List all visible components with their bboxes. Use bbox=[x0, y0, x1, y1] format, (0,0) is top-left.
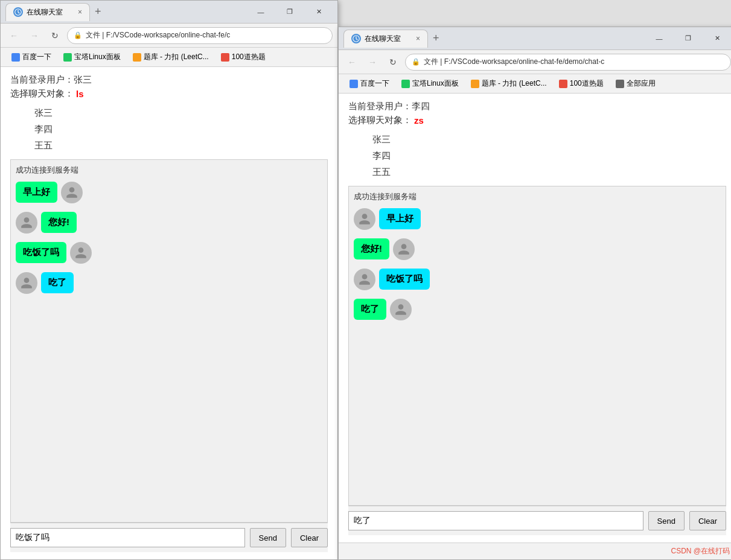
bookmark-label-leetcode-2: 题库 - 力扣 (LeetC... bbox=[482, 78, 547, 89]
bookmark-label-all-2: 全部应用 bbox=[627, 78, 656, 89]
bookmark-100[interactable]: 100道热题 bbox=[216, 51, 270, 63]
window-controls-2: — ❐ ✕ bbox=[645, 30, 731, 47]
chat-target-row-2: 选择聊天对象： zs bbox=[348, 115, 726, 126]
tab-title-2: 在线聊天室 bbox=[365, 34, 401, 44]
back-btn-1[interactable]: ← bbox=[5, 27, 22, 44]
msg-bubble-3: 吃饭了吗 bbox=[16, 242, 66, 263]
contact-wangwu-2[interactable]: 王五 bbox=[372, 164, 726, 180]
bookmark-icon-100 bbox=[221, 53, 229, 62]
bookmark-100-2[interactable]: 100道热题 bbox=[554, 77, 608, 90]
bookmark-icon-baidu-2 bbox=[350, 80, 358, 88]
bookmarks-bar-1: 百度一下 宝塔Linux面板 题库 - 力扣 (LeetC... 100道热题 bbox=[1, 48, 337, 67]
bookmark-bt-2[interactable]: 宝塔Linux面板 bbox=[397, 77, 464, 90]
back-btn-2[interactable]: ← bbox=[343, 54, 360, 71]
csdn-label: CSDN @在线打码 bbox=[671, 546, 730, 556]
tab-2[interactable]: 在线聊天室 × bbox=[343, 30, 428, 48]
send-button-2[interactable]: Send bbox=[648, 511, 685, 530]
bookmark-icon-baidu bbox=[11, 53, 20, 62]
bookmark-label-bt-2: 宝塔Linux面板 bbox=[412, 78, 459, 89]
bookmark-baidu-2[interactable]: 百度一下 bbox=[345, 77, 394, 90]
tab-close-2[interactable]: × bbox=[416, 34, 420, 43]
contact-zhangsan-1[interactable]: 张三 bbox=[34, 104, 328, 121]
bookmark-label-baidu-2: 百度一下 bbox=[360, 78, 389, 89]
forward-btn-1[interactable]: → bbox=[26, 27, 43, 44]
lock-icon-1: 🔒 bbox=[74, 31, 82, 39]
tab-1[interactable]: 在线聊天室 × bbox=[5, 3, 90, 21]
system-msg-1: 成功连接到服务端 bbox=[16, 165, 322, 176]
restore-btn-1[interactable]: ❐ bbox=[276, 4, 304, 21]
avatar-w2-2 bbox=[393, 238, 415, 260]
page-content-2: 当前登录用户：李四 选择聊天对象： zs 张三 李四 王五 成功连接到服务端 bbox=[339, 94, 731, 542]
bottom-bar-2: CSDN @在线打码 bbox=[339, 542, 731, 559]
msg-bubble-w2-1: 早上好 bbox=[379, 208, 421, 229]
close-btn-1[interactable]: ✕ bbox=[305, 4, 333, 21]
new-tab-btn-1[interactable]: + bbox=[91, 4, 105, 19]
bookmark-label-leetcode: 题库 - 力扣 (LeetC... bbox=[144, 52, 209, 62]
avatar-w2-3 bbox=[354, 269, 375, 290]
bookmark-icon-bt bbox=[63, 53, 72, 62]
msg-bubble-w2-4: 吃了 bbox=[354, 299, 386, 320]
tab-title-1: 在线聊天室 bbox=[27, 7, 63, 18]
current-user-label-1: 当前登录用户：张三 bbox=[10, 74, 328, 86]
bookmark-baidu[interactable]: 百度一下 bbox=[7, 51, 56, 63]
bookmark-icon-leetcode bbox=[133, 53, 141, 62]
address-bar-1[interactable]: 🔒 文件 | F:/VSCode-worksapce/online-chat-f… bbox=[67, 27, 333, 44]
contact-zhangsan-2[interactable]: 张三 bbox=[372, 131, 726, 147]
forward-btn-2[interactable]: → bbox=[364, 54, 381, 71]
bookmark-leetcode[interactable]: 题库 - 力扣 (LeetC... bbox=[128, 51, 214, 63]
favicon-2 bbox=[351, 34, 361, 43]
browser-window-1: 在线聊天室 × + — ❐ ✕ ← → ↻ 🔒 文件 | F:/VSCode-w… bbox=[0, 0, 338, 560]
reload-btn-2[interactable]: ↻ bbox=[385, 54, 401, 71]
minimize-btn-2[interactable]: — bbox=[645, 30, 673, 47]
send-button-1[interactable]: Send bbox=[250, 528, 286, 547]
new-tab-btn-2[interactable]: + bbox=[429, 31, 443, 46]
message-row-4: 吃了 bbox=[16, 272, 322, 294]
avatar-w2-1 bbox=[354, 208, 375, 230]
bookmark-all-2[interactable]: 全部应用 bbox=[611, 77, 660, 90]
message-row-2: 您好! bbox=[16, 212, 322, 234]
chat-target-value-2: zs bbox=[414, 115, 424, 126]
msg-bubble-1: 早上好 bbox=[16, 182, 57, 203]
chat-area-1[interactable]: 成功连接到服务端 早上好 bbox=[10, 159, 328, 523]
msg-bubble-w2-3: 吃饭了吗 bbox=[379, 269, 430, 290]
message-row-w2-1: 早上好 bbox=[354, 208, 721, 230]
chat-input-2[interactable] bbox=[348, 511, 643, 530]
lock-icon-2: 🔒 bbox=[412, 58, 420, 66]
msg-bubble-w2-2: 您好! bbox=[354, 238, 389, 259]
contact-list-2: 张三 李四 王五 bbox=[372, 131, 726, 180]
message-row-1: 早上好 bbox=[16, 182, 322, 203]
clear-button-2[interactable]: Clear bbox=[689, 511, 726, 530]
chat-area-2[interactable]: 成功连接到服务端 早上好 您好! bbox=[348, 186, 726, 506]
reload-btn-1[interactable]: ↻ bbox=[46, 27, 63, 44]
contact-lisi-1[interactable]: 李四 bbox=[34, 121, 328, 137]
contact-wangwu-1[interactable]: 王五 bbox=[34, 137, 328, 153]
current-user-label-2: 当前登录用户：李四 bbox=[348, 101, 726, 112]
msg-bubble-4: 吃了 bbox=[41, 272, 74, 293]
browser-window-2: 在线聊天室 × + — ❐ ✕ ← → ↻ 🔒 文件 | F:/VSCode-w… bbox=[338, 27, 731, 560]
toolbar-1: ← → ↻ 🔒 文件 | F:/VSCode-worksapce/online-… bbox=[1, 24, 337, 48]
address-bar-2[interactable]: 🔒 文件 | F:/VSCode-worksapce/online-chat-f… bbox=[405, 54, 731, 71]
minimize-btn-1[interactable]: — bbox=[247, 4, 275, 21]
close-btn-2[interactable]: ✕ bbox=[703, 30, 731, 47]
message-row-w2-2: 您好! bbox=[354, 238, 721, 260]
restore-btn-2[interactable]: ❐ bbox=[674, 30, 702, 47]
msg-bubble-2: 您好! bbox=[41, 212, 77, 233]
system-msg-2: 成功连接到服务端 bbox=[354, 191, 721, 202]
chat-input-1[interactable] bbox=[10, 528, 245, 547]
chat-target-label-1: 选择聊天对象： bbox=[10, 88, 74, 100]
toolbar-2: ← → ↻ 🔒 文件 | F:/VSCode-worksapce/online-… bbox=[339, 50, 731, 74]
chat-app-1: 当前登录用户：张三 选择聊天对象： ls 张三 李四 王五 成功连接到服务端 早… bbox=[1, 67, 337, 559]
bookmark-leetcode-2[interactable]: 题库 - 力扣 (LeetC... bbox=[466, 77, 552, 90]
page-content-1: 当前登录用户：张三 选择聊天对象： ls 张三 李四 王五 成功连接到服务端 早… bbox=[1, 67, 337, 559]
clear-button-1[interactable]: Clear bbox=[291, 528, 328, 547]
window-controls-1: — ❐ ✕ bbox=[247, 4, 333, 21]
bookmark-bt[interactable]: 宝塔Linux面板 bbox=[59, 51, 126, 63]
titlebar-2: 在线聊天室 × + — ❐ ✕ bbox=[339, 27, 731, 50]
chat-target-value-1: ls bbox=[76, 89, 84, 99]
tab-close-1[interactable]: × bbox=[78, 8, 82, 16]
bookmark-label-100: 100道热题 bbox=[232, 52, 266, 62]
bookmark-icon-leetcode-2 bbox=[471, 80, 479, 88]
chat-target-label-2: 选择聊天对象： bbox=[348, 115, 412, 126]
chat-target-row-1: 选择聊天对象： ls bbox=[10, 88, 328, 100]
contact-lisi-2[interactable]: 李四 bbox=[372, 147, 726, 164]
